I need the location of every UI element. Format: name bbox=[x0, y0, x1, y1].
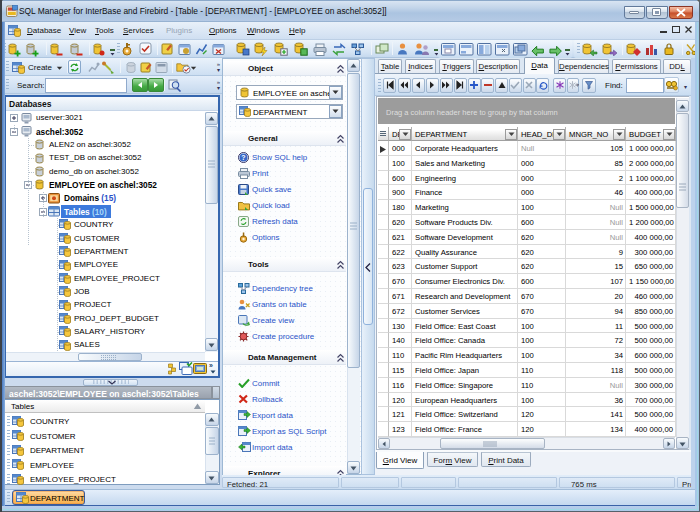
svg-text:?: ? bbox=[241, 154, 245, 161]
